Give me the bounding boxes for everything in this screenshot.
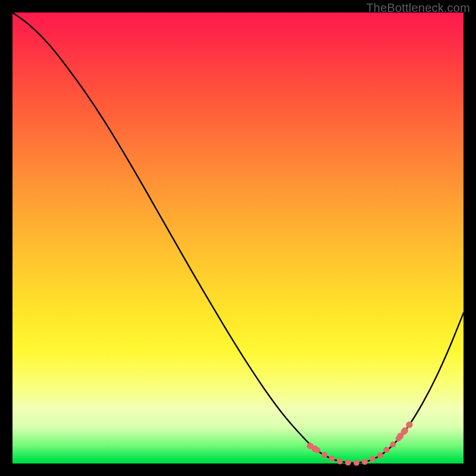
curve-layer <box>12 12 464 464</box>
highlight-dot <box>402 427 408 434</box>
chart-frame: TheBottleneck.com <box>0 0 476 476</box>
watermark-text: TheBottleneck.com <box>366 1 470 15</box>
highlight-dot <box>397 433 403 439</box>
bottleneck-curve <box>12 12 464 463</box>
highlight-dots <box>310 425 409 463</box>
plot-area <box>12 12 464 464</box>
highlight-dot <box>311 445 318 452</box>
highlight-dot <box>406 421 413 428</box>
